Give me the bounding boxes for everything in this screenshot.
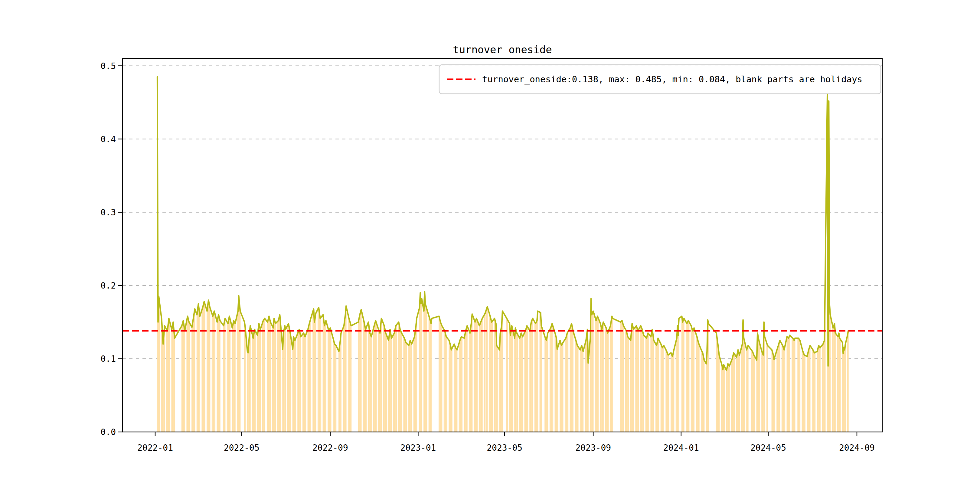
turnover-bar — [194, 309, 196, 432]
turnover-bar — [441, 324, 442, 432]
turnover-bar — [379, 331, 380, 432]
turnover-bar — [374, 323, 375, 432]
turnover-bar — [364, 322, 364, 432]
turnover-bar — [494, 318, 495, 432]
turnover-bar — [486, 309, 487, 432]
turnover-bar — [207, 311, 207, 432]
turnover-bar — [305, 337, 305, 432]
turnover-bar — [586, 335, 587, 432]
turnover-bar — [597, 316, 598, 432]
turnover-bar — [484, 315, 485, 432]
turnover-bar — [368, 322, 369, 432]
turnover-bar — [420, 293, 421, 432]
turnover-bar — [502, 311, 503, 432]
turnover-bar — [661, 346, 662, 432]
turnover-bar — [431, 318, 432, 432]
turnover-bar — [476, 318, 477, 432]
turnover-bar — [343, 328, 344, 432]
turnover-bar — [510, 335, 511, 432]
turnover-bar — [158, 322, 159, 432]
turnover-bar — [557, 347, 558, 432]
turnover-bar — [585, 343, 586, 432]
turnover-bar — [727, 367, 728, 432]
turnover-bar — [697, 340, 698, 432]
turnover-bar — [671, 355, 672, 432]
turnover-bar — [844, 350, 845, 432]
turnover-bar — [808, 350, 809, 432]
turnover-bar — [173, 322, 173, 432]
turnover-bar — [623, 326, 624, 432]
turnover-bar — [444, 331, 445, 432]
turnover-bar — [565, 338, 566, 432]
turnover-bar — [429, 318, 430, 432]
turnover-bar — [371, 337, 372, 432]
turnover-bar — [258, 329, 259, 432]
turnover-bar — [662, 348, 663, 432]
turnover-bar — [606, 331, 607, 432]
turnover-bar — [842, 343, 843, 432]
turnover-bar — [370, 335, 371, 432]
turnover-bar — [595, 318, 596, 432]
turnover-bar — [184, 326, 185, 432]
turnover-bar — [229, 319, 231, 432]
turnover-bar — [814, 353, 815, 432]
turnover-bar — [734, 354, 735, 432]
turnover-bar — [829, 304, 830, 432]
turnover-bar — [239, 304, 240, 432]
x-tick-label: 2024-01 — [663, 443, 699, 453]
turnover-bar — [426, 309, 427, 432]
y-tick-label: 0.1 — [100, 354, 116, 364]
turnover-bar — [248, 353, 249, 432]
turnover-bar — [678, 335, 679, 432]
turnover-bar — [415, 326, 417, 432]
turnover-bar — [667, 352, 667, 432]
turnover-bar — [272, 326, 273, 432]
turnover-bar — [653, 335, 654, 432]
turnover-bar — [461, 337, 462, 432]
turnover-bar — [601, 329, 602, 432]
turnover-bar — [545, 339, 546, 432]
turnover-bar — [398, 322, 399, 432]
turnover-bar — [647, 336, 648, 432]
turnover-bar — [522, 337, 523, 432]
turnover-bar — [631, 332, 632, 432]
turnover-bar — [429, 316, 430, 432]
turnover-bar — [366, 328, 367, 432]
turnover-bar — [232, 324, 234, 432]
turnover-bar — [776, 350, 777, 432]
turnover-bar — [390, 334, 391, 432]
turnover-bar — [385, 333, 386, 432]
turnover-bar — [759, 340, 759, 432]
turnover-bar — [744, 341, 745, 432]
turnover-bar — [163, 344, 164, 432]
turnover-bar — [249, 333, 250, 432]
turnover-bar — [399, 326, 400, 432]
turnover-bar — [748, 345, 749, 432]
turnover-bar — [460, 340, 460, 432]
turnover-bar — [555, 333, 556, 432]
turnover-bar — [514, 338, 515, 432]
turnover-bar — [247, 352, 248, 432]
turnover-bar — [250, 326, 251, 432]
turnover-bar — [570, 326, 571, 432]
turnover-bar — [218, 318, 218, 432]
turnover-bar — [722, 366, 722, 432]
turnover-bar — [780, 340, 780, 432]
turnover-bar — [834, 324, 835, 432]
turnover-bar — [380, 333, 380, 432]
turnover-bar — [464, 338, 465, 432]
turnover-bar — [788, 338, 789, 432]
turnover-bar — [754, 356, 755, 432]
turnover-bar — [646, 338, 647, 432]
turnover-bar — [171, 329, 172, 432]
turnover-bar — [386, 335, 387, 432]
turnover-bar — [746, 350, 747, 432]
turnover-bar — [676, 341, 677, 432]
turnover-bar — [522, 335, 522, 432]
turnover-bar — [743, 338, 745, 432]
turnover-bar — [439, 316, 439, 432]
turnover-bar — [729, 366, 730, 432]
turnover-bar — [591, 315, 592, 432]
turnover-bar — [339, 346, 340, 432]
turnover-bar — [812, 349, 813, 432]
